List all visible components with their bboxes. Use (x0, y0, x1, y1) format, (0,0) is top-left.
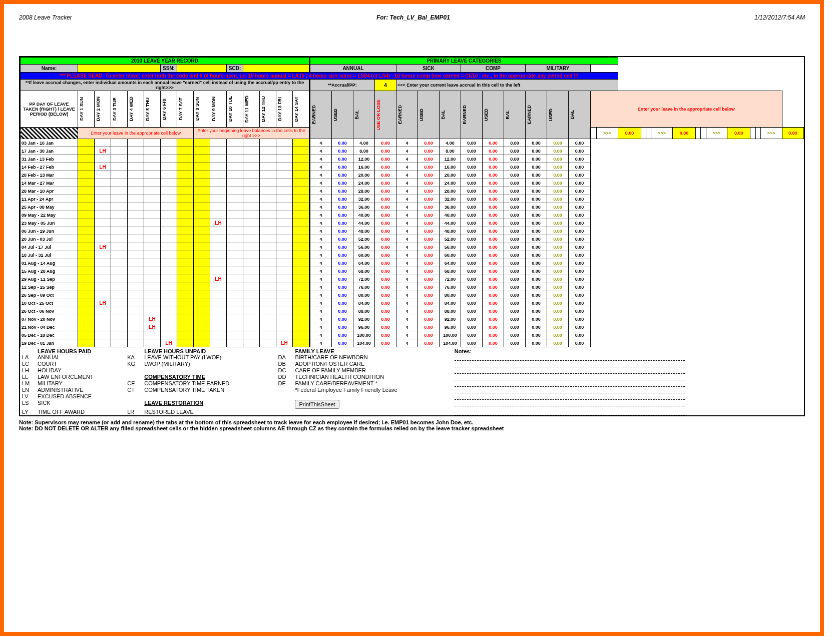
leave-cell[interactable] (260, 219, 276, 227)
leave-cell[interactable] (144, 267, 161, 275)
leave-cell[interactable] (161, 195, 177, 203)
leave-cell[interactable] (144, 147, 161, 155)
leave-cell[interactable] (293, 323, 310, 331)
leave-cell[interactable] (177, 291, 194, 299)
leave-cell[interactable] (78, 235, 95, 243)
leave-cell[interactable] (78, 283, 95, 291)
leave-cell[interactable] (243, 291, 260, 299)
leave-cell[interactable] (128, 331, 144, 339)
leave-cell[interactable]: LH (276, 339, 293, 347)
leave-cell[interactable] (128, 203, 144, 211)
leave-cell[interactable] (243, 283, 260, 291)
leave-cell[interactable] (161, 203, 177, 211)
init-bal-6[interactable]: 0.00 (673, 128, 696, 139)
leave-cell[interactable] (260, 227, 276, 235)
init-bal-9[interactable]: >>> (706, 128, 727, 139)
leave-cell[interactable] (276, 211, 293, 219)
leave-cell[interactable] (95, 211, 111, 219)
leave-cell[interactable] (227, 291, 243, 299)
leave-cell[interactable] (227, 299, 243, 307)
leave-cell[interactable] (161, 243, 177, 251)
leave-cell[interactable] (293, 315, 310, 323)
leave-cell[interactable] (210, 235, 227, 243)
leave-cell[interactable] (144, 307, 161, 315)
leave-cell[interactable] (276, 259, 293, 267)
leave-cell[interactable] (78, 251, 95, 259)
leave-cell[interactable] (194, 179, 210, 187)
leave-cell[interactable] (210, 203, 227, 211)
leave-cell[interactable] (95, 251, 111, 259)
leave-cell[interactable] (260, 323, 276, 331)
leave-cell[interactable] (243, 259, 260, 267)
leave-cell[interactable] (210, 171, 227, 179)
leave-cell[interactable] (194, 259, 210, 267)
leave-cell[interactable] (260, 211, 276, 219)
leave-cell[interactable] (161, 331, 177, 339)
leave-cell[interactable] (227, 235, 243, 243)
leave-cell[interactable] (78, 299, 95, 307)
init-bal-2[interactable]: 0.00 (618, 128, 641, 139)
leave-cell[interactable] (276, 235, 293, 243)
leave-cell[interactable] (243, 163, 260, 171)
leave-cell[interactable] (177, 203, 194, 211)
leave-cell[interactable] (194, 139, 210, 147)
leave-cell[interactable] (276, 179, 293, 187)
leave-cell[interactable] (227, 275, 243, 283)
leave-cell[interactable] (260, 171, 276, 179)
leave-cell[interactable] (276, 163, 293, 171)
leave-cell[interactable] (177, 179, 194, 187)
leave-cell[interactable] (95, 267, 111, 275)
leave-cell[interactable] (95, 155, 111, 163)
leave-cell[interactable] (260, 291, 276, 299)
leave-cell[interactable] (128, 227, 144, 235)
leave-cell[interactable] (161, 219, 177, 227)
leave-cell[interactable] (128, 291, 144, 299)
leave-cell[interactable] (260, 243, 276, 251)
leave-cell[interactable] (111, 235, 128, 243)
leave-cell[interactable]: LH (95, 147, 111, 155)
leave-cell[interactable] (95, 139, 111, 147)
leave-cell[interactable] (161, 187, 177, 195)
leave-cell[interactable] (210, 179, 227, 187)
leave-cell[interactable] (177, 147, 194, 155)
leave-cell[interactable] (210, 283, 227, 291)
leave-cell[interactable] (111, 299, 128, 307)
leave-cell[interactable] (111, 307, 128, 315)
leave-cell[interactable] (293, 163, 310, 171)
leave-cell[interactable] (276, 155, 293, 163)
leave-cell[interactable] (128, 147, 144, 155)
leave-cell[interactable] (276, 227, 293, 235)
init-bal-5[interactable]: >>> (651, 128, 673, 139)
leave-cell[interactable] (128, 243, 144, 251)
leave-cell[interactable] (128, 259, 144, 267)
leave-cell[interactable] (243, 235, 260, 243)
leave-cell[interactable] (293, 203, 310, 211)
leave-cell[interactable] (177, 307, 194, 315)
leave-cell[interactable] (144, 243, 161, 251)
leave-cell[interactable] (210, 251, 227, 259)
leave-cell[interactable] (128, 155, 144, 163)
leave-cell[interactable] (276, 139, 293, 147)
leave-cell[interactable] (95, 179, 111, 187)
leave-cell[interactable] (243, 147, 260, 155)
leave-cell[interactable] (194, 211, 210, 219)
leave-cell[interactable] (243, 227, 260, 235)
leave-cell[interactable] (276, 283, 293, 291)
leave-cell[interactable] (293, 283, 310, 291)
leave-cell[interactable] (111, 251, 128, 259)
leave-cell[interactable] (177, 323, 194, 331)
leave-cell[interactable] (276, 147, 293, 155)
leave-cell[interactable] (144, 275, 161, 283)
leave-cell[interactable] (177, 235, 194, 243)
leave-cell[interactable] (111, 331, 128, 339)
leave-cell[interactable] (161, 139, 177, 147)
leave-cell[interactable] (293, 251, 310, 259)
leave-cell[interactable] (111, 155, 128, 163)
leave-cell[interactable] (78, 315, 95, 323)
leave-cell[interactable] (293, 235, 310, 243)
leave-cell[interactable] (95, 235, 111, 243)
leave-cell[interactable] (177, 155, 194, 163)
leave-cell[interactable] (243, 219, 260, 227)
leave-cell[interactable] (243, 171, 260, 179)
leave-cell[interactable] (161, 147, 177, 155)
